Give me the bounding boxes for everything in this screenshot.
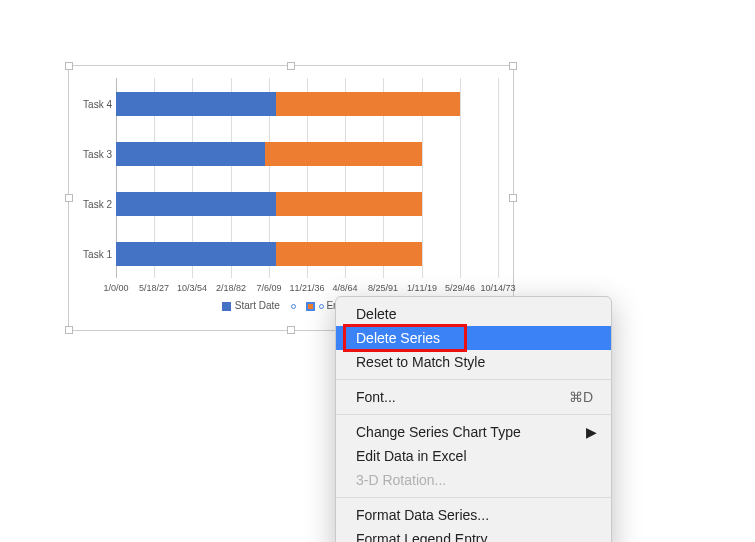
- resize-handle[interactable]: [65, 62, 73, 70]
- bar-task-4[interactable]: [116, 92, 498, 116]
- resize-handle[interactable]: [65, 326, 73, 334]
- menu-item-change-chart-type[interactable]: Change Series Chart Type ▶: [336, 420, 611, 444]
- x-tick: 10/14/73: [480, 283, 515, 293]
- menu-item-edit-data-excel[interactable]: Edit Data in Excel: [336, 444, 611, 468]
- category-label: Task 4: [66, 99, 112, 110]
- menu-separator: [336, 414, 611, 415]
- menu-item-reset-style[interactable]: Reset to Match Style: [336, 350, 611, 374]
- menu-item-format-legend-entry[interactable]: Format Legend Entry...: [336, 527, 611, 542]
- bar-task-3[interactable]: [116, 142, 498, 166]
- legend-label-start-date: Start Date: [235, 300, 280, 311]
- x-tick: 1/0/00: [103, 283, 128, 293]
- category-label: Task 2: [66, 199, 112, 210]
- category-label: Task 3: [66, 149, 112, 160]
- x-tick: 8/25/91: [368, 283, 398, 293]
- x-tick: 11/21/36: [289, 283, 324, 293]
- menu-separator: [336, 379, 611, 380]
- menu-item-delete[interactable]: Delete: [336, 302, 611, 326]
- x-tick: 10/3/54: [177, 283, 207, 293]
- menu-separator: [336, 497, 611, 498]
- bar-task-2[interactable]: [116, 192, 498, 216]
- menu-item-3d-rotation: 3-D Rotation...: [336, 468, 611, 492]
- x-tick: 2/18/82: [216, 283, 246, 293]
- menu-item-delete-series[interactable]: Delete Series: [336, 326, 611, 350]
- submenu-arrow-icon: ▶: [586, 423, 597, 441]
- menu-item-format-data-series[interactable]: Format Data Series...: [336, 503, 611, 527]
- x-tick: 5/29/46: [445, 283, 475, 293]
- resize-handle[interactable]: [287, 62, 295, 70]
- resize-handle[interactable]: [287, 326, 295, 334]
- menu-item-label: Change Series Chart Type: [356, 424, 521, 440]
- bar-task-1[interactable]: [116, 242, 498, 266]
- category-label: Task 1: [66, 249, 112, 260]
- menu-shortcut: ⌘D: [569, 388, 593, 406]
- chart-plot-area[interactable]: [116, 78, 498, 278]
- x-tick: 5/18/27: [139, 283, 169, 293]
- context-menu: Delete Delete Series Reset to Match Styl…: [335, 296, 612, 542]
- x-tick: 4/8/64: [332, 283, 357, 293]
- selection-dot-icon: [291, 304, 296, 309]
- legend-swatch-start-date[interactable]: [222, 302, 231, 311]
- selection-dot-icon: [319, 304, 324, 309]
- resize-handle[interactable]: [509, 62, 517, 70]
- x-tick: 7/6/09: [256, 283, 281, 293]
- x-tick: 1/11/19: [407, 283, 437, 293]
- menu-item-font[interactable]: Font... ⌘D: [336, 385, 611, 409]
- menu-item-label: Font...: [356, 389, 396, 405]
- resize-handle[interactable]: [509, 194, 517, 202]
- legend-swatch-end-date[interactable]: [306, 302, 315, 311]
